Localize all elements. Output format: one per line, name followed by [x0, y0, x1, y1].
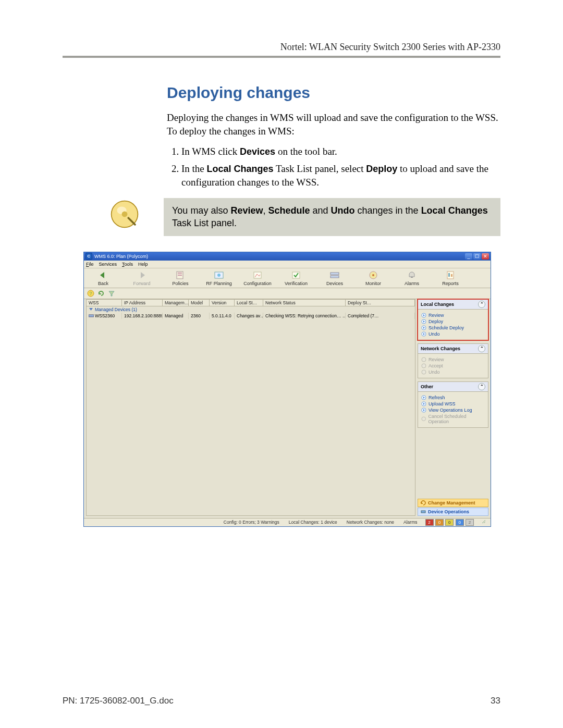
led-other[interactable]: 2 — [466, 519, 474, 526]
footer-page: 33 — [491, 696, 500, 706]
main-toolbar: Back Forward Policies RF Planning Config… — [84, 268, 491, 288]
task-net-accept-label: Accept — [429, 363, 443, 368]
monitor-button[interactable]: Monitor — [354, 268, 393, 288]
change-management-link[interactable]: Change Management — [418, 499, 488, 507]
svg-rect-4 — [178, 273, 182, 274]
step-2-bold-2: Deploy — [366, 164, 397, 174]
step-2-text-c: Task List panel, select — [274, 163, 366, 174]
device-operations-link[interactable]: Device Operations — [418, 508, 488, 516]
col-model[interactable]: Model — [189, 300, 210, 306]
svg-point-31 — [422, 417, 426, 421]
led-info[interactable]: 0 — [456, 519, 464, 526]
task-net-accept: Accept — [421, 363, 485, 368]
config-label: Configuration — [243, 281, 272, 286]
menu-help[interactable]: Help — [138, 262, 148, 267]
step-2: In the Local Changes Task List panel, se… — [181, 162, 500, 190]
filter-icon[interactable] — [108, 290, 115, 297]
policies-button[interactable]: Policies — [161, 268, 200, 288]
other-panel: Other⌃ Refresh Upload WSS View Operation… — [418, 381, 488, 428]
task-schedule[interactable]: Schedule Deploy — [421, 325, 485, 330]
col-ip[interactable]: IP Address — [122, 300, 163, 306]
verify-label: Verification — [285, 281, 308, 286]
col-local[interactable]: Local St… — [235, 300, 263, 306]
forward-label: Forward — [133, 281, 150, 286]
svg-point-7 — [217, 274, 221, 277]
alarms-button[interactable]: Alarms — [393, 268, 431, 288]
device-icon — [421, 509, 426, 514]
dot-icon — [421, 369, 426, 375]
reports-label: Reports — [442, 281, 459, 286]
task-refresh[interactable]: Refresh — [421, 395, 485, 400]
task-viewlog[interactable]: View Operations Log — [421, 408, 485, 413]
device-row[interactable]: WSS2360 192.168.2.100:8889 Managed 2360 … — [87, 313, 415, 319]
header-rule — [63, 56, 500, 58]
back-label: Back — [98, 281, 108, 286]
svg-point-25 — [422, 357, 426, 362]
monitor-label: Monitor — [365, 281, 381, 286]
app-icon: C — [85, 253, 92, 260]
collapse-icon[interactable]: ⌃ — [478, 301, 485, 308]
pushpin-icon — [109, 199, 140, 229]
devices-label: Devices — [326, 281, 343, 286]
titlebar[interactable]: C WMS 6.0: Plan (Polycom) _ ☐ ✕ — [84, 252, 491, 261]
led-minor[interactable]: 0 — [445, 519, 454, 526]
back-button[interactable]: Back — [84, 268, 123, 288]
dot-icon — [421, 363, 426, 368]
task-net-undo-label: Undo — [429, 369, 440, 375]
step-1-text-a: In WMS click — [181, 146, 240, 157]
svg-rect-20 — [89, 315, 94, 317]
collapse-icon[interactable]: ⌃ — [478, 345, 485, 352]
help-icon[interactable]: ? — [87, 290, 94, 297]
app-window: C WMS 6.0: Plan (Polycom) _ ☐ ✕ File Ser… — [83, 252, 491, 527]
reports-button[interactable]: Reports — [431, 268, 470, 288]
maximize-button[interactable]: ☐ — [473, 253, 481, 260]
rf-planning-button[interactable]: RF Planning — [200, 268, 238, 288]
task-review[interactable]: Review — [421, 313, 485, 318]
steps-list: In WMS click Devices on the tool bar. In… — [167, 145, 500, 190]
collapse-icon[interactable]: ⌃ — [478, 383, 485, 390]
note-text-a: You may also — [172, 205, 230, 216]
note-bold-undo: Undo — [331, 205, 355, 216]
configuration-button[interactable]: Configuration — [238, 268, 277, 288]
col-deploy[interactable]: Deploy St… — [346, 300, 415, 306]
note-bold-schedule: Schedule — [268, 205, 310, 216]
col-mgmt[interactable]: Managem… — [163, 300, 189, 306]
network-changes-panel: Network Changes⌃ Review Accept Undo — [418, 343, 488, 378]
col-version[interactable]: Version — [210, 300, 235, 306]
led-major[interactable]: 0 — [435, 519, 444, 526]
menu-file[interactable]: File — [86, 262, 94, 267]
task-undo[interactable]: Undo — [421, 331, 485, 337]
group-row[interactable]: Managed Devices (1) — [87, 306, 415, 313]
verification-button[interactable]: Verification — [277, 268, 315, 288]
led-critical[interactable]: 2 — [425, 519, 434, 526]
menu-tools[interactable]: Tools — [122, 262, 133, 267]
col-wss[interactable]: WSS — [87, 300, 122, 306]
arrow-icon — [421, 395, 426, 400]
cell-wss: WSS2360 — [95, 313, 115, 318]
menu-services[interactable]: Services — [99, 262, 117, 267]
svg-rect-32 — [421, 511, 425, 513]
devices-grid[interactable]: WSS IP Address Managem… Model Version Lo… — [86, 299, 415, 516]
section-title: Deploying changes — [167, 84, 500, 102]
task-undo-label: Undo — [429, 331, 440, 337]
svg-text:?: ? — [89, 291, 92, 296]
window-title: WMS 6.0: Plan (Polycom) — [94, 254, 148, 259]
task-upload[interactable]: Upload WSS — [421, 401, 485, 406]
devices-button[interactable]: Devices — [315, 268, 354, 288]
col-network[interactable]: Network Status — [263, 300, 346, 306]
svg-rect-15 — [447, 272, 454, 279]
task-deploy[interactable]: Deploy — [421, 319, 485, 324]
resize-grip-icon[interactable] — [479, 519, 488, 525]
minimize-button[interactable]: _ — [465, 253, 472, 260]
close-button[interactable]: ✕ — [482, 253, 489, 260]
refresh-icon[interactable] — [97, 290, 105, 297]
step-1: In WMS click Devices on the tool bar. — [181, 145, 500, 159]
task-cancel: Cancel Scheduled Operation — [421, 414, 485, 424]
task-schedule-label: Schedule Deploy — [429, 325, 464, 330]
note-bold-local: Local Changes — [421, 205, 488, 216]
local-changes-panel: Local Changes⌃ Review Deploy Schedule De… — [418, 299, 488, 340]
sub-toolbar: ? — [84, 288, 491, 299]
task-sidebar: Local Changes⌃ Review Deploy Schedule De… — [418, 299, 488, 516]
task-refresh-label: Refresh — [429, 395, 445, 400]
forward-button[interactable]: Forward — [123, 268, 161, 288]
